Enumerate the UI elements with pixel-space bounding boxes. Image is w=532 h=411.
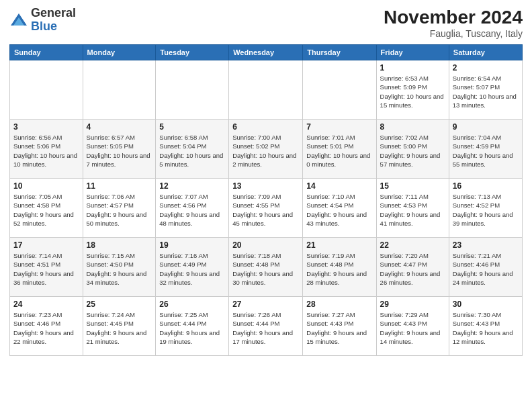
logo-general: General <box>31 6 76 19</box>
day-number: 13 <box>232 181 299 191</box>
day-number: 11 <box>87 181 152 191</box>
title-block: November 2024 Fauglia, Tuscany, Italy <box>384 7 523 39</box>
day-number: 4 <box>87 122 152 132</box>
day-info: Sunrise: 6:54 AMSunset: 5:07 PMDaylight:… <box>453 74 519 109</box>
day-info: Sunrise: 7:11 AMSunset: 4:53 PMDaylight:… <box>380 192 445 228</box>
calendar-cell: 15Sunrise: 7:11 AMSunset: 4:53 PMDayligh… <box>376 179 449 238</box>
day-of-week-header: Friday <box>376 45 449 60</box>
day-number: 10 <box>13 181 79 191</box>
calendar-cell: 22Sunrise: 7:20 AMSunset: 4:47 PMDayligh… <box>376 238 449 297</box>
calendar-cell: 16Sunrise: 7:13 AMSunset: 4:52 PMDayligh… <box>449 179 522 238</box>
calendar-cell: 2Sunrise: 6:54 AMSunset: 5:07 PMDaylight… <box>449 60 522 120</box>
day-info: Sunrise: 7:25 AMSunset: 4:44 PMDaylight:… <box>159 310 225 346</box>
calendar-cell: 26Sunrise: 7:25 AMSunset: 4:44 PMDayligh… <box>156 297 229 356</box>
day-info: Sunrise: 7:01 AMSunset: 5:01 PMDaylight:… <box>306 133 372 169</box>
day-number: 15 <box>380 181 445 191</box>
day-number: 17 <box>13 240 79 250</box>
calendar-cell: 13Sunrise: 7:09 AMSunset: 4:55 PMDayligh… <box>229 179 303 238</box>
day-of-week-header: Monday <box>83 45 156 60</box>
day-of-week-header: Thursday <box>303 45 376 60</box>
day-info: Sunrise: 7:04 AMSunset: 4:59 PMDaylight:… <box>453 133 519 169</box>
calendar-cell: 10Sunrise: 7:05 AMSunset: 4:58 PMDayligh… <box>10 179 83 238</box>
calendar-cell <box>229 60 303 120</box>
month-title: November 2024 <box>384 7 523 28</box>
day-info: Sunrise: 7:19 AMSunset: 4:48 PMDaylight:… <box>306 251 372 287</box>
calendar-cell: 21Sunrise: 7:19 AMSunset: 4:48 PMDayligh… <box>303 238 376 297</box>
day-info: Sunrise: 7:30 AMSunset: 4:43 PMDaylight:… <box>453 310 519 346</box>
day-number: 3 <box>13 122 79 132</box>
day-number: 26 <box>159 300 225 309</box>
day-info: Sunrise: 7:14 AMSunset: 4:51 PMDaylight:… <box>13 251 79 287</box>
day-number: 14 <box>306 181 372 191</box>
day-of-week-header: Sunday <box>10 45 83 60</box>
logo-blue: Blue <box>31 19 57 33</box>
day-info: Sunrise: 7:27 AMSunset: 4:43 PMDaylight:… <box>306 310 372 346</box>
day-number: 6 <box>232 122 299 132</box>
logo-text: General Blue <box>31 7 76 34</box>
calendar-header-row: SundayMondayTuesdayWednesdayThursdayFrid… <box>10 45 523 60</box>
calendar-cell: 17Sunrise: 7:14 AMSunset: 4:51 PMDayligh… <box>10 238 83 297</box>
day-of-week-header: Wednesday <box>229 45 303 60</box>
calendar-week-row: 1Sunrise: 6:53 AMSunset: 5:09 PMDaylight… <box>10 60 523 120</box>
day-number: 7 <box>306 122 372 132</box>
calendar-cell: 6Sunrise: 7:00 AMSunset: 5:02 PMDaylight… <box>229 120 303 179</box>
day-info: Sunrise: 7:16 AMSunset: 4:49 PMDaylight:… <box>159 251 225 287</box>
day-info: Sunrise: 7:23 AMSunset: 4:46 PMDaylight:… <box>13 310 79 346</box>
calendar-cell: 1Sunrise: 6:53 AMSunset: 5:09 PMDaylight… <box>376 60 449 120</box>
day-info: Sunrise: 6:58 AMSunset: 5:04 PMDaylight:… <box>159 133 225 169</box>
day-info: Sunrise: 7:09 AMSunset: 4:55 PMDaylight:… <box>232 192 299 228</box>
calendar-cell: 19Sunrise: 7:16 AMSunset: 4:49 PMDayligh… <box>156 238 229 297</box>
day-number: 29 <box>380 300 445 309</box>
day-info: Sunrise: 7:07 AMSunset: 4:56 PMDaylight:… <box>159 192 225 228</box>
day-number: 12 <box>159 181 225 191</box>
day-info: Sunrise: 7:26 AMSunset: 4:44 PMDaylight:… <box>232 310 299 346</box>
day-info: Sunrise: 7:13 AMSunset: 4:52 PMDaylight:… <box>453 192 519 228</box>
calendar-cell: 7Sunrise: 7:01 AMSunset: 5:01 PMDaylight… <box>303 120 376 179</box>
day-number: 22 <box>380 240 445 250</box>
calendar-week-row: 3Sunrise: 6:56 AMSunset: 5:06 PMDaylight… <box>10 120 523 179</box>
calendar-week-row: 24Sunrise: 7:23 AMSunset: 4:46 PMDayligh… <box>10 297 523 356</box>
day-number: 20 <box>232 240 299 250</box>
calendar-cell: 30Sunrise: 7:30 AMSunset: 4:43 PMDayligh… <box>449 297 522 356</box>
calendar-cell <box>10 60 83 120</box>
day-number: 9 <box>453 122 519 132</box>
calendar-cell: 3Sunrise: 6:56 AMSunset: 5:06 PMDaylight… <box>10 120 83 179</box>
day-info: Sunrise: 7:02 AMSunset: 5:00 PMDaylight:… <box>380 133 445 169</box>
calendar-cell: 4Sunrise: 6:57 AMSunset: 5:05 PMDaylight… <box>83 120 156 179</box>
day-info: Sunrise: 6:53 AMSunset: 5:09 PMDaylight:… <box>380 74 445 109</box>
calendar-week-row: 17Sunrise: 7:14 AMSunset: 4:51 PMDayligh… <box>10 238 523 297</box>
day-number: 18 <box>87 240 152 250</box>
day-of-week-header: Saturday <box>449 45 522 60</box>
calendar-cell: 23Sunrise: 7:21 AMSunset: 4:46 PMDayligh… <box>449 238 522 297</box>
day-info: Sunrise: 7:21 AMSunset: 4:46 PMDaylight:… <box>453 251 519 287</box>
logo-icon <box>9 11 28 30</box>
day-info: Sunrise: 7:05 AMSunset: 4:58 PMDaylight:… <box>13 192 79 228</box>
day-number: 2 <box>453 63 519 73</box>
location: Fauglia, Tuscany, Italy <box>384 28 523 39</box>
calendar-cell: 24Sunrise: 7:23 AMSunset: 4:46 PMDayligh… <box>10 297 83 356</box>
calendar-cell <box>83 60 156 120</box>
calendar: SundayMondayTuesdayWednesdayThursdayFrid… <box>9 44 523 356</box>
calendar-cell: 20Sunrise: 7:18 AMSunset: 4:48 PMDayligh… <box>229 238 303 297</box>
day-info: Sunrise: 7:29 AMSunset: 4:43 PMDaylight:… <box>380 310 445 346</box>
day-info: Sunrise: 6:56 AMSunset: 5:06 PMDaylight:… <box>13 133 79 169</box>
calendar-cell: 25Sunrise: 7:24 AMSunset: 4:45 PMDayligh… <box>83 297 156 356</box>
day-info: Sunrise: 7:24 AMSunset: 4:45 PMDaylight:… <box>87 310 152 346</box>
day-info: Sunrise: 7:00 AMSunset: 5:02 PMDaylight:… <box>232 133 299 169</box>
calendar-cell: 18Sunrise: 7:15 AMSunset: 4:50 PMDayligh… <box>83 238 156 297</box>
calendar-cell: 14Sunrise: 7:10 AMSunset: 4:54 PMDayligh… <box>303 179 376 238</box>
calendar-cell: 11Sunrise: 7:06 AMSunset: 4:57 PMDayligh… <box>83 179 156 238</box>
day-of-week-header: Tuesday <box>156 45 229 60</box>
calendar-cell: 9Sunrise: 7:04 AMSunset: 4:59 PMDaylight… <box>449 120 522 179</box>
day-info: Sunrise: 7:06 AMSunset: 4:57 PMDaylight:… <box>87 192 152 228</box>
day-number: 16 <box>453 181 519 191</box>
day-number: 5 <box>159 122 225 132</box>
day-info: Sunrise: 7:20 AMSunset: 4:47 PMDaylight:… <box>380 251 445 287</box>
day-number: 8 <box>380 122 445 132</box>
calendar-cell: 29Sunrise: 7:29 AMSunset: 4:43 PMDayligh… <box>376 297 449 356</box>
day-number: 28 <box>306 300 372 309</box>
day-number: 24 <box>13 300 79 309</box>
calendar-cell: 27Sunrise: 7:26 AMSunset: 4:44 PMDayligh… <box>229 297 303 356</box>
calendar-cell <box>156 60 229 120</box>
calendar-cell: 12Sunrise: 7:07 AMSunset: 4:56 PMDayligh… <box>156 179 229 238</box>
